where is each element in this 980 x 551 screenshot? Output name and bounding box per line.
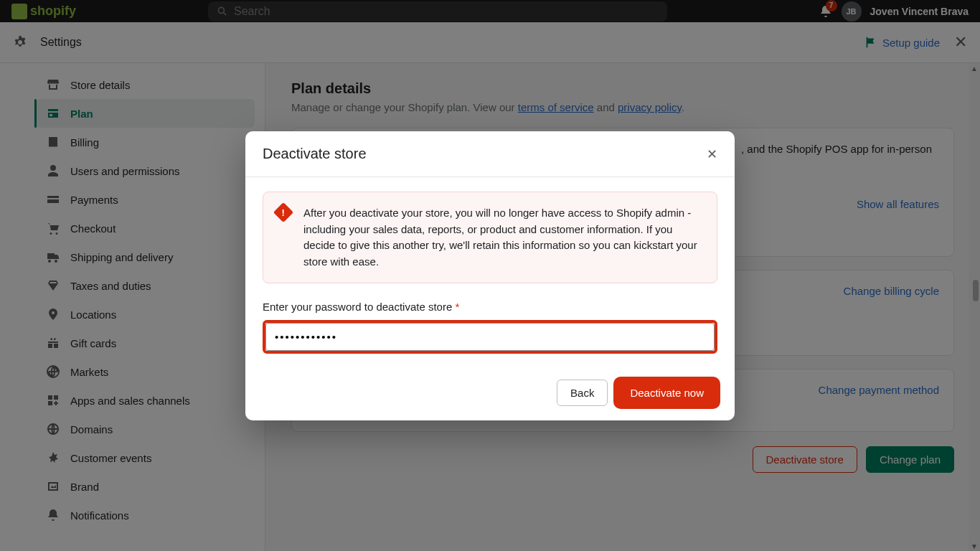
warning-banner: ! After you deactivate your store, you w…: [263, 192, 717, 283]
warning-text: After you deactivate your store, you wil…: [303, 205, 704, 270]
warning-icon: !: [276, 205, 291, 220]
modal-title: Deactivate store: [263, 146, 367, 162]
modal-close-button[interactable]: ✕: [707, 146, 717, 162]
deactivate-now-button[interactable]: Deactivate now: [616, 380, 717, 406]
password-field-label: Enter your password to deactivate store …: [263, 301, 717, 313]
password-input-highlight: [263, 320, 717, 354]
password-input[interactable]: [265, 323, 715, 351]
back-button[interactable]: Back: [557, 380, 608, 406]
deactivate-store-modal: Deactivate store ✕ ! After you deactivat…: [245, 131, 735, 420]
